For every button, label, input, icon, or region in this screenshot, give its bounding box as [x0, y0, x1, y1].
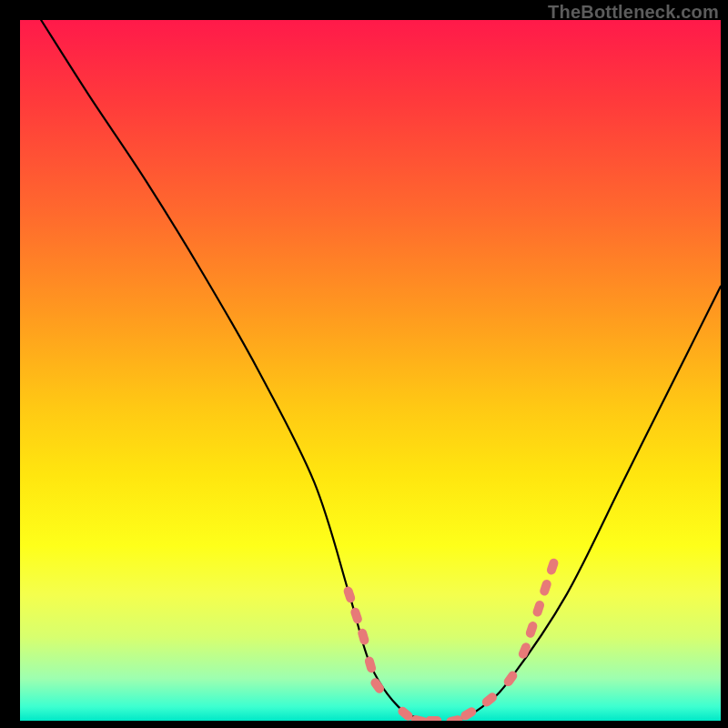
marker-dash [425, 716, 441, 721]
marker-dash [446, 714, 464, 721]
marker-dashes [342, 557, 559, 721]
marker-dash [460, 705, 479, 721]
chart-container: TheBottleneck.com [0, 0, 728, 728]
marker-dash [369, 676, 386, 694]
main-curve [41, 20, 721, 721]
marker-dash [531, 600, 545, 618]
curve-svg [20, 20, 721, 721]
marker-dash [364, 655, 378, 673]
marker-dash [539, 579, 552, 597]
marker-dash [525, 621, 539, 639]
plot-area [20, 20, 721, 721]
marker-dash [342, 585, 356, 603]
marker-dash [546, 557, 560, 575]
marker-dash [349, 606, 363, 624]
